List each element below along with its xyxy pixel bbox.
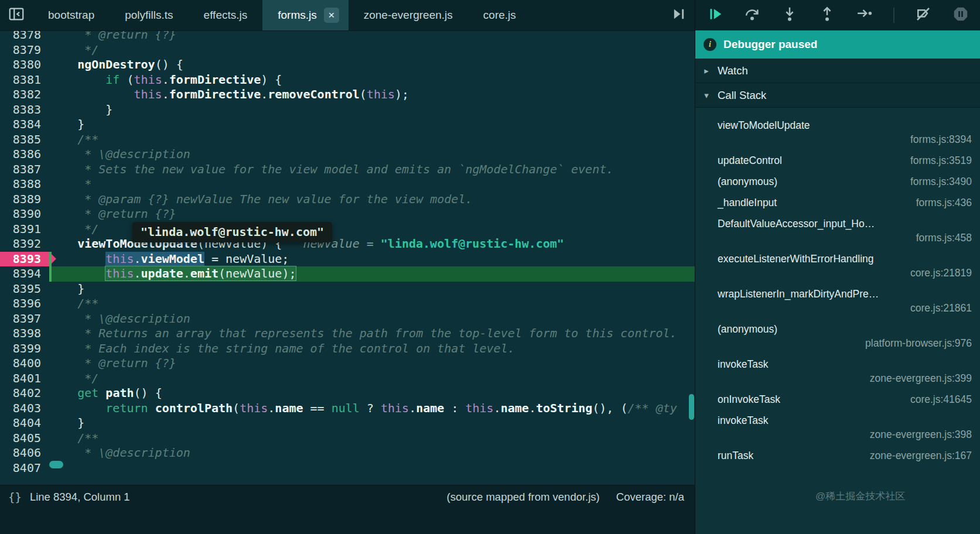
code-line: 8387 * Sets the new value for the view m… xyxy=(0,162,695,177)
line-number[interactable]: 8390 xyxy=(0,207,49,222)
line-content[interactable]: this.viewModel = newValue; xyxy=(49,252,695,267)
watch-section-header[interactable]: ▸ Watch xyxy=(695,59,980,83)
close-tab-icon[interactable]: × xyxy=(324,8,339,23)
line-number[interactable]: 8382 xyxy=(0,87,49,102)
line-content[interactable]: * Returns an array that represents the p… xyxy=(49,326,695,341)
step-out-button[interactable] xyxy=(818,5,836,25)
line-content[interactable]: * Each index is the string name of the c… xyxy=(49,341,695,357)
line-number[interactable]: 8388 xyxy=(0,177,49,192)
line-content[interactable]: */ xyxy=(49,371,695,386)
call-stack-frame[interactable]: invokeTaskzone-evergreen.js:398 xyxy=(695,410,980,445)
line-number[interactable]: 8407 xyxy=(0,461,49,476)
coverage-status: Coverage: n/a xyxy=(616,491,684,504)
line-content[interactable]: } xyxy=(49,282,695,297)
call-stack-frame[interactable]: executeListenerWithErrorHandlingcore.js:… xyxy=(695,248,980,283)
line-content[interactable]: * @return {?} xyxy=(49,356,695,371)
editor-scrollbar-thumb[interactable] xyxy=(689,394,694,420)
pause-on-exceptions-icon xyxy=(952,5,969,25)
line-number[interactable]: 8399 xyxy=(0,341,49,357)
line-content[interactable]: * @return {?} xyxy=(49,31,695,43)
call-stack-frame[interactable]: (anonymous)forms.js:3490 xyxy=(695,171,980,192)
line-number[interactable]: 8379 xyxy=(0,43,49,58)
line-content[interactable]: } xyxy=(49,416,695,431)
token: . xyxy=(409,401,416,415)
line-number[interactable]: 8396 xyxy=(0,296,49,312)
code-line: 8382 this.formDirective.removeControl(th… xyxy=(0,87,695,102)
line-number[interactable]: 8389 xyxy=(0,192,49,207)
line-number[interactable]: 8393 xyxy=(0,252,49,267)
line-content[interactable]: /** xyxy=(49,431,695,446)
tab-bootstrap[interactable]: bootstrap xyxy=(33,0,110,30)
line-number[interactable]: 8381 xyxy=(0,73,49,88)
line-content[interactable]: this.formDirective.removeControl(this); xyxy=(49,87,695,102)
line-content[interactable]: * \@description xyxy=(49,147,695,162)
line-number[interactable]: 8400 xyxy=(0,356,49,371)
pretty-print-icon[interactable]: {} xyxy=(8,491,22,504)
line-number[interactable]: 8401 xyxy=(0,371,49,386)
line-number[interactable]: 8395 xyxy=(0,282,49,297)
line-number[interactable]: 8402 xyxy=(0,386,49,401)
call-stack-frame[interactable]: invokeTaskzone-evergreen.js:399 xyxy=(695,354,980,389)
line-content[interactable]: /** xyxy=(49,296,695,312)
tab-core.js[interactable]: core.js xyxy=(468,0,531,30)
line-content[interactable]: ngOnDestroy() { xyxy=(49,57,695,73)
deactivate-breakpoints-button[interactable] xyxy=(914,5,932,25)
line-number[interactable]: 8405 xyxy=(0,431,49,446)
line-content[interactable]: this.update.emit(newValue); xyxy=(49,266,695,282)
line-content[interactable]: get path() { xyxy=(49,386,695,401)
code-line: 8402 get path() { xyxy=(0,386,695,401)
line-number[interactable]: 8383 xyxy=(0,102,49,118)
line-number[interactable]: 8385 xyxy=(0,132,49,148)
line-content[interactable]: /** xyxy=(49,132,695,148)
step-into-button[interactable] xyxy=(781,5,798,25)
line-content[interactable]: * \@description xyxy=(49,312,695,327)
frame-location: zone-evergreen.js:398 xyxy=(718,429,972,441)
line-number[interactable]: 8398 xyxy=(0,326,49,341)
line-content[interactable]: * \@description xyxy=(49,446,695,461)
line-number[interactable]: 8387 xyxy=(0,162,49,177)
line-number[interactable]: 8378 xyxy=(0,31,49,43)
line-content[interactable]: if (this.formDirective) { xyxy=(49,73,695,88)
line-number[interactable]: 8392 xyxy=(0,237,49,252)
line-number[interactable]: 8380 xyxy=(0,57,49,73)
line-content[interactable]: * xyxy=(49,177,695,192)
line-content[interactable]: */ xyxy=(49,43,695,58)
tab-effects.js[interactable]: effects.js xyxy=(189,0,263,30)
toggle-navigator-sidebar-button[interactable] xyxy=(0,0,33,30)
line-number[interactable]: 8386 xyxy=(0,147,49,162)
line-content[interactable] xyxy=(49,461,695,476)
call-stack-frame[interactable]: _handleInputforms.js:436 xyxy=(695,192,980,213)
line-number[interactable]: 8406 xyxy=(0,446,49,461)
line-content[interactable]: } xyxy=(49,102,695,118)
code-line: 8399 * Each index is the string name of … xyxy=(0,341,695,357)
line-content[interactable]: return controlPath(this.name == null ? t… xyxy=(49,401,695,416)
resume-script-button[interactable] xyxy=(706,5,723,25)
tab-polyfills.ts[interactable]: polyfills.ts xyxy=(110,0,188,30)
call-stack-frame[interactable]: viewToModelUpdateforms.js:8394 xyxy=(695,115,980,150)
line-number[interactable]: 8391 xyxy=(0,222,49,237)
tab-label: forms.js xyxy=(278,9,317,22)
line-content[interactable]: * @param {?} newValue The new value for … xyxy=(49,192,695,207)
line-content[interactable]: } xyxy=(49,117,695,132)
line-number[interactable]: 8397 xyxy=(0,312,49,327)
line-number[interactable]: 8394 xyxy=(0,266,49,282)
tab-forms.js[interactable]: forms.js× xyxy=(262,0,349,30)
token: ? xyxy=(360,401,381,415)
line-number[interactable]: 8404 xyxy=(0,416,49,431)
tab-zone-evergreen.js[interactable]: zone-evergreen.js xyxy=(349,0,468,30)
call-stack-frame[interactable]: DefaultValueAccessor_input_Ho…forms.js:4… xyxy=(695,213,980,248)
call-stack-section-header[interactable]: ▾ Call Stack xyxy=(695,83,980,108)
call-stack-frame[interactable]: wrapListenerIn_markDirtyAndPre…core.js:2… xyxy=(695,283,980,319)
call-stack-frame[interactable]: runTaskzone-evergreen.js:167 xyxy=(695,445,980,466)
editor-pane-toggle-button[interactable] xyxy=(663,0,695,30)
line-number[interactable]: 8384 xyxy=(0,117,49,132)
call-stack-frame[interactable]: updateControlforms.js:3519 xyxy=(695,150,980,171)
line-number[interactable]: 8403 xyxy=(0,401,49,416)
line-content[interactable]: * @return {?} xyxy=(49,207,695,222)
call-stack-frame[interactable]: onInvokeTaskcore.js:41645 xyxy=(695,389,980,410)
call-stack-frame[interactable]: (anonymous)platform-browser.js:976 xyxy=(695,319,980,354)
line-content[interactable]: * Sets the new value for the view model … xyxy=(49,162,695,177)
step-over-button[interactable] xyxy=(743,5,761,25)
step-button[interactable] xyxy=(856,5,873,25)
pause-on-exceptions-button[interactable] xyxy=(952,5,969,25)
